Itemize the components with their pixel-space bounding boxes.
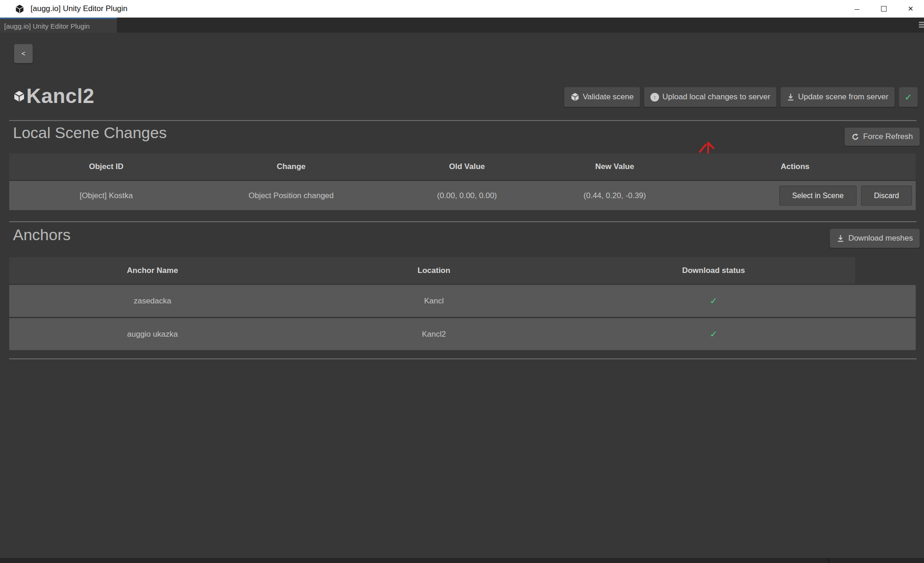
validate-scene-button[interactable]: Validate scene xyxy=(564,87,640,107)
synced-check-icon: ✓ xyxy=(905,92,912,103)
select-in-scene-button[interactable]: Select in Scene xyxy=(779,186,857,206)
window-title: [augg.io] Unity Editor Plugin xyxy=(31,4,128,13)
back-chevron-icon: < xyxy=(21,50,25,57)
update-scene-button[interactable]: Update scene from server xyxy=(780,87,895,107)
downloaded-check-icon: ✓ xyxy=(710,296,717,306)
table-row: [Object] Kostka Object Position changed … xyxy=(9,181,916,210)
close-icon: ✕ xyxy=(908,5,914,13)
tab-augg-plugin[interactable]: [augg.io] Unity Editor Plugin xyxy=(0,18,117,33)
col-actions: Actions xyxy=(674,153,916,180)
discard-button[interactable]: Discard xyxy=(861,186,912,206)
local-changes-table: Object ID Change Old Value New Value Act… xyxy=(9,152,916,212)
window-titlebar: [augg.io] Unity Editor Plugin ─ ✕ xyxy=(0,0,924,18)
back-button[interactable]: < xyxy=(14,44,33,63)
download-meshes-button[interactable]: Download meshes xyxy=(830,229,920,248)
validate-scene-label: Validate scene xyxy=(583,92,634,102)
tab-label: [augg.io] Unity Editor Plugin xyxy=(4,22,90,30)
update-scene-label: Update scene from server xyxy=(798,92,888,102)
cell-download-status: ✓ xyxy=(572,285,855,317)
tab-menu-button[interactable] xyxy=(918,21,924,30)
scene-toolbar: Validate scene ↑ Upload local changes to… xyxy=(564,87,918,107)
minimize-icon: ─ xyxy=(855,5,860,13)
downloaded-check-icon: ✓ xyxy=(710,329,717,339)
maximize-button[interactable] xyxy=(870,0,897,18)
scene-synced-button[interactable]: ✓ xyxy=(899,87,918,107)
refresh-icon xyxy=(851,133,859,141)
cell-change: Object Position changed xyxy=(203,181,379,210)
cell-actions: Select in Scene Discard xyxy=(674,181,916,210)
divider xyxy=(9,358,917,359)
table-row: zasedacka Kancl ✓ xyxy=(9,285,916,317)
bottom-panel-edge xyxy=(0,558,924,563)
cell-object-id: [Object] Kostka xyxy=(9,181,203,210)
cell-anchor-name: auggio ukazka xyxy=(9,318,296,350)
upload-changes-label: Upload local changes to server xyxy=(662,92,770,102)
download-icon xyxy=(787,93,795,101)
cell-location: Kancl xyxy=(296,285,572,317)
col-anchor-name: Anchor Name xyxy=(9,257,296,284)
anchors-title: Anchors xyxy=(13,226,71,244)
divider xyxy=(9,221,917,222)
minimize-button[interactable]: ─ xyxy=(844,0,870,18)
window-controls: ─ ✕ xyxy=(844,0,924,18)
panel-divider xyxy=(828,558,829,563)
anchors-table: Anchor Name Location Download status zas… xyxy=(9,256,916,351)
editor-tabbar: [augg.io] Unity Editor Plugin xyxy=(0,18,924,33)
unity-logo-icon xyxy=(15,4,24,14)
col-change: Change xyxy=(203,153,379,180)
col-new-value: New Value xyxy=(555,153,674,180)
cell-anchor-name: zasedacka xyxy=(9,285,296,317)
close-button[interactable]: ✕ xyxy=(897,0,924,18)
page-title: Kancl2 xyxy=(26,85,94,108)
plugin-window: [augg.io] Unity Editor Plugin ─ ✕ [augg.… xyxy=(0,0,924,563)
table-header-row: Object ID Change Old Value New Value Act… xyxy=(9,153,916,180)
hamburger-icon xyxy=(919,22,924,23)
plugin-content: < Kancl2 Validate scene ↑ Upload local c… xyxy=(0,33,924,558)
col-object-id: Object ID xyxy=(9,153,203,180)
local-scene-changes-title: Local Scene Changes xyxy=(13,124,167,142)
page-header: Kancl2 xyxy=(13,85,94,108)
unity-cube-icon xyxy=(570,92,580,102)
cell-old-value: (0.00, 0.00, 0.00) xyxy=(379,181,555,210)
maximize-icon xyxy=(881,6,887,12)
force-refresh-button[interactable]: Force Refresh xyxy=(844,127,920,146)
force-refresh-label: Force Refresh xyxy=(863,132,913,141)
divider xyxy=(9,120,917,121)
col-old-value: Old Value xyxy=(379,153,555,180)
upload-changes-button[interactable]: ↑ Upload local changes to server xyxy=(644,87,777,107)
upload-icon: ↑ xyxy=(650,93,659,102)
scene-cube-icon xyxy=(13,90,25,103)
col-download-status: Download status xyxy=(572,257,855,284)
table-row: auggio ukazka Kancl2 ✓ xyxy=(9,318,916,350)
cell-location: Kancl2 xyxy=(296,318,572,350)
cell-new-value: (0.44, 0.20, -0.39) xyxy=(555,181,674,210)
table-header-row: Anchor Name Location Download status xyxy=(9,257,916,284)
cell-download-status: ✓ xyxy=(572,318,855,350)
download-meshes-label: Download meshes xyxy=(848,234,913,243)
download-icon xyxy=(837,235,844,242)
col-location: Location xyxy=(296,257,572,284)
